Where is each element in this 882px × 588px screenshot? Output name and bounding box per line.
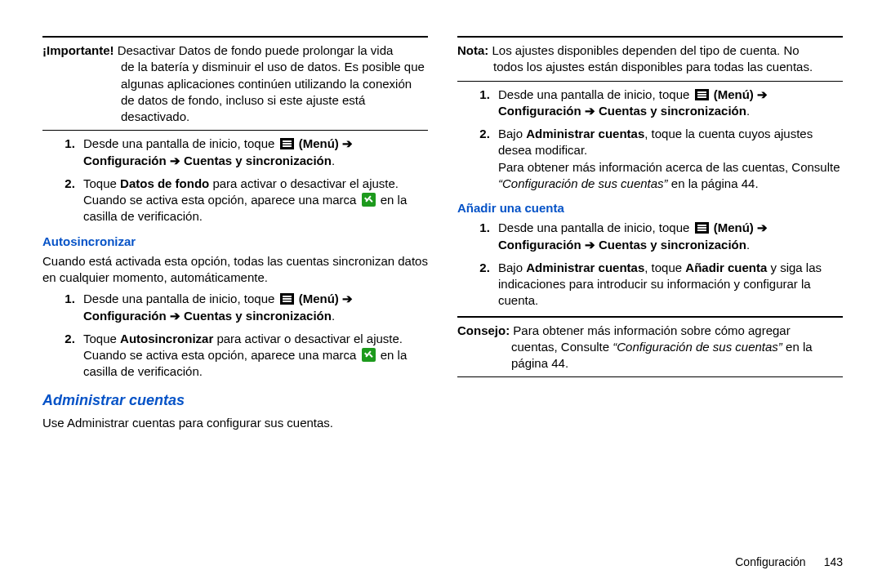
bold: Datos de fondo: [120, 176, 209, 190]
steps-background-data: Desde una pantalla de inicio, toque (Men…: [42, 136, 428, 225]
text: Desde una pantalla de inicio, toque: [83, 292, 278, 305]
list-item: Bajo Administrar cuentas, toque Añadir c…: [493, 260, 843, 310]
bold: Administrar cuentas: [526, 261, 644, 274]
important-first-line: Desactivar Datos de fondo puede prolonga…: [118, 43, 394, 57]
menu-icon: [280, 293, 294, 305]
tip-first: Para obtener más información sobre cómo …: [513, 323, 790, 337]
tip-note: Consejo: Para obtener más información so…: [457, 316, 843, 378]
text: Bajo: [498, 261, 526, 274]
xref: “Configuración de sus cuentas”: [612, 340, 782, 354]
text: Toque: [83, 332, 120, 345]
tip-body: cuentas, Consulte “Configuración de sus …: [457, 339, 843, 372]
heading-add-account: Añadir una cuenta: [457, 200, 843, 216]
rule-bottom: [457, 81, 843, 82]
arrow: ➔: [342, 292, 353, 305]
rule-bottom: [42, 130, 428, 131]
bold: Administrar cuentas: [526, 127, 644, 140]
footer-page-number: 143: [824, 555, 843, 568]
text: .: [746, 104, 750, 118]
tip-label: Consejo:: [457, 323, 510, 337]
list-item: Desde una pantalla de inicio, toque (Men…: [493, 220, 843, 253]
text: .: [746, 238, 750, 252]
menu-label: (Menú): [714, 220, 754, 234]
xref: “Configuración de sus cuentas”: [498, 176, 668, 190]
list-item: Toque Datos de fondo para activar o desa…: [78, 176, 428, 225]
text: en la página 44.: [668, 176, 759, 190]
text: .: [332, 309, 335, 323]
menu-label: (Menú): [714, 87, 754, 101]
steps-add-account: Desde una pantalla de inicio, toque (Men…: [457, 220, 843, 309]
rule-top: [457, 316, 843, 318]
text: Toque: [83, 176, 120, 190]
heading-manage-accounts: Administrar cuentas: [42, 390, 428, 410]
steps-autosync: Desde una pantalla de inicio, toque (Men…: [42, 291, 428, 380]
arrow: ➔: [342, 136, 353, 150]
menu-icon: [695, 89, 709, 100]
list-item: Desde una pantalla de inicio, toque (Men…: [78, 291, 428, 324]
text: Desde una pantalla de inicio, toque: [498, 87, 693, 101]
text: Bajo: [498, 127, 526, 140]
check-icon: [362, 193, 376, 207]
footer-section: Configuración: [735, 555, 805, 568]
rule-bottom: [457, 376, 843, 377]
path: Configuración ➔ Cuentas y sincronización: [83, 154, 332, 167]
important-body: de la batería y disminuir el uso de dato…: [42, 59, 428, 125]
list-item: Desde una pantalla de inicio, toque (Men…: [78, 136, 428, 169]
text: Desde una pantalla de inicio, toque: [83, 136, 278, 150]
xref-line: Para obtener más información acerca de l…: [498, 159, 843, 193]
nota-first: Los ajustes disponibles dependen del tip…: [492, 43, 800, 57]
steps-manage: Desde una pantalla de inicio, toque (Men…: [457, 87, 843, 193]
text: cuentas, Consulte: [511, 340, 612, 354]
rule-top: [457, 36, 843, 38]
menu-label: (Menú): [299, 292, 339, 305]
text: Para obtener más información acerca de l…: [498, 160, 840, 174]
text: .: [332, 154, 335, 167]
menu-icon: [280, 138, 294, 149]
list-item: Bajo Administrar cuentas, toque la cuent…: [493, 126, 843, 192]
path: Configuración ➔ Cuentas y sincronización: [498, 104, 746, 118]
nota-body: todos los ajustes están disponibles para…: [457, 59, 843, 75]
bold: Añadir cuenta: [685, 261, 767, 274]
important-label: ¡Importante!: [42, 43, 114, 57]
page-footer: Configuración143: [735, 555, 843, 570]
nota-note: Nota: Los ajustes disponibles dependen d…: [457, 36, 843, 82]
arrow: ➔: [757, 87, 768, 101]
list-item: Toque Autosincronizar para activar o des…: [78, 331, 428, 381]
important-note: ¡Importante! Desactivar Datos de fondo p…: [42, 36, 428, 131]
menu-label: (Menú): [299, 136, 339, 150]
arrow: ➔: [757, 220, 768, 234]
heading-autosync: Autosincronizar: [42, 234, 428, 250]
bold: Autosincronizar: [120, 332, 213, 345]
text: , toque: [644, 261, 685, 274]
autosync-lead: Cuando está activada esta opción, todas …: [42, 253, 428, 287]
list-item: Desde una pantalla de inicio, toque (Men…: [493, 87, 843, 120]
path: Configuración ➔ Cuentas y sincronización: [498, 238, 746, 252]
path: Configuración ➔ Cuentas y sincronización: [83, 309, 332, 323]
menu-icon: [695, 222, 709, 234]
nota-label: Nota:: [457, 43, 488, 57]
manage-accounts-lead: Use Administrar cuentas para configurar …: [42, 415, 428, 431]
rule-top: [42, 36, 428, 38]
text: Desde una pantalla de inicio, toque: [498, 220, 693, 234]
check-icon: [362, 348, 376, 362]
